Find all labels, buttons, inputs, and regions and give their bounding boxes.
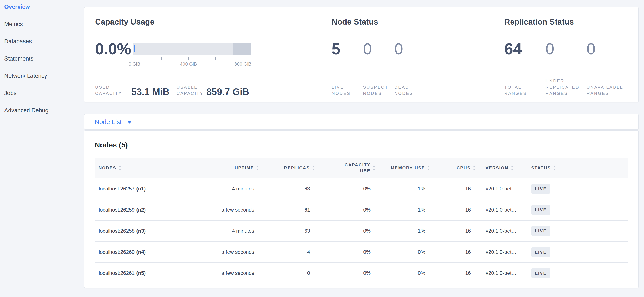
total-ranges-label: TOTAL RANGES <box>504 75 546 96</box>
sort-arrows-icon <box>473 166 476 170</box>
dead-nodes-count: 0 <box>394 40 426 57</box>
uptime-cell: a few seconds <box>207 242 259 263</box>
uptime-cell: a few seconds <box>207 263 259 284</box>
version-cell: v20.1.0-bet… <box>476 199 527 220</box>
nodes-table-header-row: NODES UPTIME REPLICAS CAPACITY USE MEMOR… <box>95 158 628 178</box>
replication-status-title: Replication Status <box>504 17 628 26</box>
table-row-node-5[interactable]: localhost:26261(n5) a few seconds 0 0% 0… <box>95 263 628 284</box>
axis-label-0gib: 0 GiB <box>128 61 140 67</box>
memory-use-cell: 1% <box>376 199 430 220</box>
dead-nodes-label: DEAD NODES <box>394 75 426 96</box>
suspect-nodes-label: SUSPECT NODES <box>363 75 394 96</box>
capacity-gauge-other-segment <box>233 43 251 54</box>
sidebar-item-jobs[interactable]: Jobs <box>4 90 84 107</box>
node-address[interactable]: localhost:26258 <box>99 228 134 234</box>
sidebar-item-statements[interactable]: Statements <box>4 55 84 73</box>
sort-arrows-icon <box>372 166 376 170</box>
node-list-dropdown[interactable]: Node List <box>84 114 639 130</box>
table-row-node-4[interactable]: localhost:26260(n4) a few seconds 4 0% 0… <box>95 242 628 263</box>
capacity-use-cell: 0% <box>315 199 376 220</box>
sidebar-item-network-latency[interactable]: Network Latency <box>4 73 84 90</box>
uptime-cell: 4 minutes <box>207 221 259 241</box>
replicas-cell: 4 <box>259 242 315 263</box>
cpus-cell: 16 <box>430 199 476 220</box>
main-content: Capacity Usage 0.0% 0 GiB 40 <box>84 0 639 288</box>
chevron-down-icon <box>127 121 132 124</box>
axis-label-400gib: 400 GiB <box>180 61 197 67</box>
node-address[interactable]: localhost:26257 <box>99 186 134 192</box>
axis-tick <box>216 57 216 60</box>
column-header-status[interactable]: STATUS <box>527 166 628 170</box>
usable-capacity-label: USABLE CAPACITY <box>176 75 206 96</box>
status-badge: LIVE <box>532 226 550 236</box>
memory-use-cell: 1% <box>376 221 430 241</box>
capacity-used-percent: 0.0% <box>95 40 133 57</box>
cpus-cell: 16 <box>430 263 476 284</box>
sort-arrows-icon <box>427 166 430 170</box>
node-id: (n3) <box>136 228 146 234</box>
status-badge: LIVE <box>532 247 550 257</box>
under-replicated-ranges-label: UNDER-REPLICATED RANGES <box>546 75 587 96</box>
uptime-cell: 4 minutes <box>207 178 259 199</box>
sort-arrows-icon <box>118 166 122 170</box>
node-status-title: Node Status <box>332 17 504 26</box>
replicas-cell: 61 <box>259 199 315 220</box>
nodes-table-card: Nodes (5) NODES UPTIME REPLICAS CAPACITY… <box>84 130 639 288</box>
capacity-gauge-bar <box>134 43 251 54</box>
table-row-node-1[interactable]: localhost:26257(n1) 4 minutes 63 0% 1% 1… <box>95 178 628 199</box>
node-address[interactable]: localhost:26261 <box>99 270 134 276</box>
node-id: (n2) <box>136 207 146 213</box>
node-list-dropdown-label: Node List <box>95 118 122 125</box>
column-header-version[interactable]: VERSION <box>476 166 527 170</box>
sidebar-item-overview[interactable]: Overview <box>4 3 84 21</box>
node-id: (n5) <box>136 270 146 276</box>
node-address[interactable]: localhost:26259 <box>99 207 134 213</box>
suspect-nodes-count: 0 <box>363 40 394 57</box>
sidebar-item-advanced-debug[interactable]: Advanced Debug <box>4 107 84 124</box>
status-badge: LIVE <box>532 184 550 194</box>
capacity-gauge-axis: 0 GiB 400 GiB 800 GiB <box>134 54 251 66</box>
column-header-memory-use[interactable]: MEMORY USE <box>376 166 430 170</box>
cpus-cell: 16 <box>430 221 476 241</box>
capacity-gauge-used-marker <box>134 45 135 52</box>
sort-arrows-icon <box>312 166 315 170</box>
column-header-uptime[interactable]: UPTIME <box>207 166 259 170</box>
usable-capacity-value: 859.7 GiB <box>206 87 249 96</box>
status-badge: LIVE <box>532 268 550 278</box>
node-address[interactable]: localhost:26260 <box>99 249 134 255</box>
axis-tick <box>161 57 162 60</box>
node-status-section: Node Status 5 0 0 LIVE NODES SUSPECT NOD… <box>332 17 504 102</box>
sidebar-item-metrics[interactable]: Metrics <box>4 21 84 38</box>
capacity-gauge-chart: 0 GiB 400 GiB 800 GiB <box>134 40 251 66</box>
table-row-node-3[interactable]: localhost:26258(n3) 4 minutes 63 0% 1% 1… <box>95 221 628 242</box>
used-capacity-label: USED CAPACITY <box>95 75 131 96</box>
live-nodes-label: LIVE NODES <box>332 75 363 96</box>
sidebar: Overview Metrics Databases Statements Ne… <box>0 0 84 124</box>
version-cell: v20.1.0-bet… <box>476 178 527 199</box>
replication-status-section: Replication Status 64 0 0 TOTAL RANGES U… <box>504 17 628 102</box>
status-badge: LIVE <box>532 205 550 215</box>
axis-tick <box>134 57 134 60</box>
axis-tick <box>243 57 243 60</box>
sidebar-item-databases[interactable]: Databases <box>4 38 84 55</box>
column-header-cpus[interactable]: CPUS <box>430 166 476 170</box>
cpus-cell: 16 <box>430 178 476 199</box>
column-header-replicas[interactable]: REPLICAS <box>259 166 315 170</box>
capacity-use-cell: 0% <box>315 242 376 263</box>
used-capacity-value: 53.1 MiB <box>131 87 176 96</box>
replicas-cell: 63 <box>259 178 315 199</box>
total-ranges-count: 64 <box>504 40 546 57</box>
memory-use-cell: 0% <box>376 263 430 284</box>
under-replicated-ranges-count: 0 <box>546 40 587 57</box>
cluster-summary-card: Capacity Usage 0.0% 0 GiB 40 <box>84 7 639 102</box>
capacity-use-cell: 0% <box>315 221 376 241</box>
column-header-capacity-use[interactable]: CAPACITY USE <box>315 162 376 174</box>
table-row-node-2[interactable]: localhost:26259(n2) a few seconds 61 0% … <box>95 199 628 221</box>
memory-use-cell: 1% <box>376 178 430 199</box>
capacity-use-cell: 0% <box>315 263 376 284</box>
version-cell: v20.1.0-bet… <box>476 242 527 263</box>
column-header-nodes[interactable]: NODES <box>95 166 207 170</box>
replicas-cell: 0 <box>259 263 315 284</box>
node-id: (n4) <box>136 249 146 255</box>
unavailable-ranges-label: UNAVAILABLE RANGES <box>587 75 628 96</box>
